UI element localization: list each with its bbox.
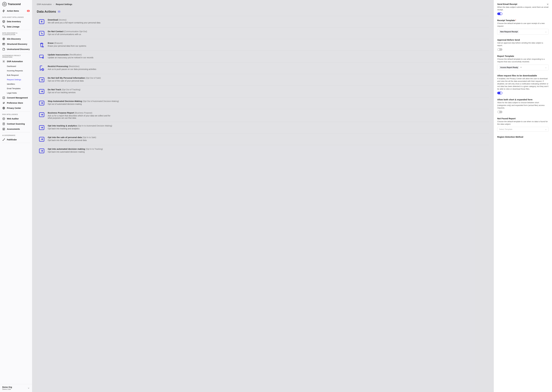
nav-item-web-auditor[interactable]: Web Auditor (0, 116, 32, 121)
nav-item-label: Unstructured Discovery (7, 48, 30, 50)
nav-item-consent-management[interactable]: Consent Management (0, 95, 32, 100)
data-action-row[interactable]: Opt into the sale of personal data (Opt … (37, 133, 489, 145)
action-title: Do Not Sell My Personal Information (Opt… (48, 77, 487, 79)
panel-title: Approval Before Send (497, 39, 549, 41)
nav-item-label: Pathfinder (7, 139, 17, 141)
arrow-icon (38, 77, 45, 83)
chevron-down-icon: ⌄ (545, 31, 547, 33)
nav-item-label: Silo Discovery (7, 38, 21, 40)
nav-item-dsr-automation[interactable]: DSR Automation (0, 59, 32, 64)
data-action-row[interactable]: Stop Automated Decision-Making (Opt Out … (37, 97, 489, 109)
nav-item-unstructured-discovery[interactable]: Unstructured Discovery (0, 47, 32, 52)
list-icon (2, 128, 5, 131)
nav-item-assessments[interactable]: Assessments (0, 126, 32, 132)
data-action-row[interactable]: Download (Access)We will send you a full… (37, 16, 489, 28)
template-select[interactable]: Select Template⌄ (497, 127, 549, 132)
settings-drawer: Send Email ReceiptWhen the data subject … (494, 0, 552, 392)
action-title: Erase (Erasure) (48, 42, 487, 44)
panel-desc: If enabled, the Privacy Center will allo… (497, 77, 549, 91)
id-badge-icon (58, 10, 60, 13)
automation-icon (2, 60, 5, 63)
panel-desc: Choose the default template to use when … (497, 120, 549, 126)
main-content: DSR Automation › Request Settings Data A… (32, 0, 494, 392)
clear-icon[interactable]: ✕ (520, 66, 522, 69)
action-desc: Ask us for a report that describes which… (48, 115, 114, 119)
action-desc: Ask us to push pause on our data process… (48, 68, 114, 70)
select-placeholder: Select Template (499, 128, 512, 130)
nav-subitem-identifiers[interactable]: Identifiers (0, 82, 32, 86)
flow-icon (2, 25, 5, 28)
toggle-switch[interactable] (497, 111, 502, 113)
nav-item-structured-discovery[interactable]: Structured Discovery (0, 42, 32, 47)
breadcrumb-parent[interactable]: DSR Automation (37, 3, 52, 6)
toggle-switch[interactable] (497, 13, 502, 15)
panel-title: Send Email Receipt (497, 3, 549, 5)
panel-desc: When the data subject submits a request,… (497, 6, 549, 11)
nav-section-heading: AUTONOMOUS PRIVACY OPERATIONS (0, 53, 32, 59)
nav-item-preference-store[interactable]: Preference Store (0, 100, 32, 105)
data-action-row[interactable]: Do Not Contact (Communication Opt-Out)Op… (37, 28, 489, 39)
action-desc: Opt out of our tracking services (48, 91, 114, 94)
data-action-row[interactable]: Opt into automated decision making (Opt … (37, 145, 489, 157)
select-chip: Access Report Ready (499, 66, 519, 69)
nav-item-data-lineage[interactable]: Data Lineage (0, 24, 32, 29)
nav-subitem-request-settings[interactable]: Request Settings (0, 77, 32, 82)
nav-item-pathfinder[interactable]: Pathfinder (0, 137, 32, 142)
nav-item-label: Assessments (7, 128, 20, 130)
cube-icon (2, 20, 5, 23)
data-action-row[interactable]: Business Purpose Report (Business Purpos… (37, 109, 489, 122)
svg-point-6 (3, 61, 4, 62)
nav-item-label: Consent Management (7, 97, 28, 99)
action-title: Opt into the sale of personal data (Opt … (48, 136, 487, 139)
svg-point-17 (58, 11, 59, 12)
nav-item-data-inventory[interactable]: Data Inventory (0, 19, 32, 24)
template-select[interactable]: Access Report Ready✕⌄ (497, 65, 549, 70)
template-select[interactable]: New Request Receipt⌄ (497, 29, 549, 35)
svg-point-9 (3, 103, 4, 104)
panel-title: Region Detection Method (497, 136, 549, 138)
action-title: Update Inaccuracies (Rectification) (48, 53, 487, 56)
action-title: Business Purpose Report (Business Purpos… (48, 112, 487, 114)
panel-desc: Allow for the data subject to choose bet… (497, 101, 549, 109)
path-icon (2, 138, 5, 141)
select-chip: New Request Receipt (499, 30, 519, 33)
toggle-switch[interactable] (497, 48, 502, 51)
nav-subitem-legal-holds[interactable]: Legal Holds (0, 91, 32, 95)
consent-icon (2, 96, 5, 99)
data-action-row[interactable]: Erase (Erasure)Erase your personal data … (37, 39, 489, 51)
logo[interactable]: Transcend (0, 0, 32, 8)
nav-item-silo-discovery[interactable]: Silo Discovery (0, 36, 32, 42)
nav-subitem-email-templates[interactable]: Email Templates (0, 86, 32, 91)
action-desc: We will send you a full report containin… (48, 21, 114, 24)
breadcrumb-current: Request Settings (56, 3, 72, 6)
nav-item-contract-scanning[interactable]: Contract Scanning (0, 121, 32, 126)
data-action-row[interactable]: Do Not Sell My Personal Information (Opt… (37, 74, 489, 85)
data-action-row[interactable]: Opt into tracking & analytics (Opt In to… (37, 122, 489, 133)
svg-point-0 (3, 26, 3, 26)
logo-text: Transcend (8, 3, 21, 6)
optout-icon (38, 30, 45, 36)
org-name: Demo Org (2, 386, 12, 388)
nav-item-label: Preference Store (7, 102, 23, 104)
doc-icon (2, 48, 5, 51)
data-actions-list: Download (Access)We will send you a full… (32, 16, 494, 392)
org-switcher[interactable]: Demo Org Demo User (0, 384, 32, 392)
data-action-row[interactable]: Restrict Processing (Restriction)Ask us … (37, 62, 489, 74)
action-desc: Update an inaccuracy you've noticed in o… (48, 56, 114, 59)
nav-section-heading: AI GOVERNANCE (0, 133, 32, 137)
nav-item-label: Privacy Center (7, 107, 21, 109)
chevron-right-icon: › (53, 3, 54, 6)
nav-subitem-bulk-respond[interactable]: Bulk Respond (0, 73, 32, 77)
data-action-row[interactable]: Update Inaccuracies (Rectification)Updat… (37, 51, 489, 62)
data-action-row[interactable]: Do Not Track (Opt Out of Tracking)Opt ou… (37, 85, 489, 97)
close-icon[interactable] (546, 3, 549, 6)
panel-section: Region Detection Method (497, 136, 549, 138)
arrow-icon (38, 136, 45, 142)
action-desc: Opt back into automated decision making (48, 151, 114, 153)
toggle-switch[interactable] (497, 92, 502, 94)
nav-subitem-dashboard[interactable]: Dashboard (0, 64, 32, 69)
nav-action-items[interactable]: Action Items 1 (0, 8, 32, 14)
nav-subitem-incoming-requests[interactable]: Incoming Requests (0, 69, 32, 73)
nav-item-privacy-center[interactable]: Privacy Center (0, 105, 32, 111)
action-desc: Erase your personal data from our system… (48, 45, 114, 47)
